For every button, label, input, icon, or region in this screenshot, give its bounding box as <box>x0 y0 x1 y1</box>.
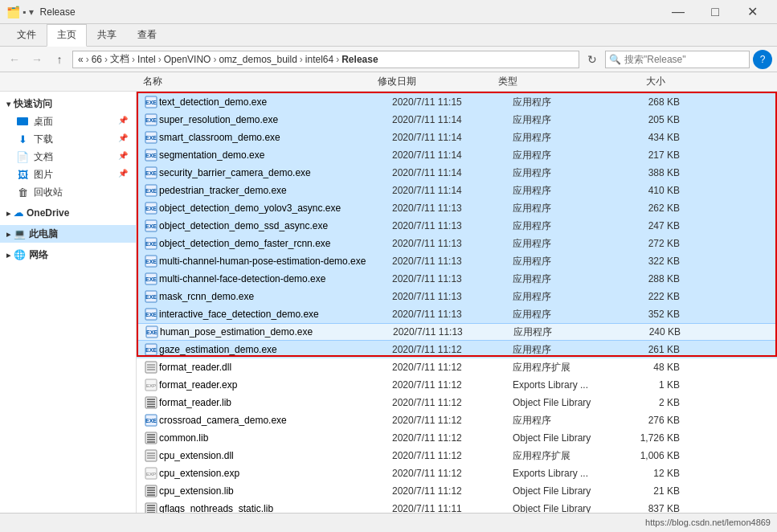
sidebar-network-header[interactable]: ▸ 🌐 网络 <box>0 246 136 264</box>
file-size: 410 KB <box>625 185 689 196</box>
sidebar-quickaccess-header[interactable]: ▾ 快速访问 <box>0 95 136 113</box>
sidebar-item-pictures[interactable]: 🖼 图片 📌 <box>0 166 136 183</box>
refresh-button[interactable]: ↻ <box>583 50 602 69</box>
breadcrumb-omz[interactable]: omz_demos_build <box>219 54 296 65</box>
file-date: 2020/7/11 11:13 <box>392 220 513 231</box>
file-size: 288 KB <box>625 273 689 284</box>
svg-text:EXE: EXE <box>145 153 157 158</box>
breadcrumb[interactable]: « › 66 › 文档 › Intel › OpenVINO › omz_dem… <box>72 51 579 68</box>
quickaccess-label: 快速访问 <box>14 97 52 111</box>
back-button[interactable]: ← <box>5 50 24 69</box>
list-item[interactable]: format_reader.lib 2020/7/11 11:12 Object… <box>137 394 777 411</box>
file-size: 205 KB <box>625 114 689 125</box>
pin-icon4: 📌 <box>118 169 129 180</box>
maximize-button[interactable]: □ <box>697 0 734 24</box>
list-item[interactable]: EXE segmentation_demo.exe 2020/7/11 11:1… <box>137 146 777 164</box>
file-date: 2020/7/11 11:14 <box>392 114 513 125</box>
network-label: 网络 <box>29 248 48 262</box>
col-header-date[interactable]: 修改日期 <box>378 72 498 91</box>
list-item[interactable]: gflags_nothreads_static.lib 2020/7/11 11… <box>137 500 777 513</box>
search-input[interactable] <box>624 54 746 65</box>
documents-icon: 📄 <box>16 150 29 163</box>
list-item[interactable]: EXP cpu_extension.exp 2020/7/11 11:12 Ex… <box>137 464 777 482</box>
list-item[interactable]: format_reader.dll 2020/7/11 11:12 应用程序扩展… <box>137 358 777 376</box>
sidebar-item-desktop[interactable]: 桌面 📌 <box>0 113 136 130</box>
col-header-type[interactable]: 类型 <box>498 72 611 91</box>
file-type: Object File Library <box>513 503 625 513</box>
file-type: 应用程序扩展 <box>513 361 625 374</box>
list-item[interactable]: cpu_extension.dll 2020/7/11 11:12 应用程序扩展… <box>137 447 777 464</box>
help-button[interactable]: ? <box>753 50 772 69</box>
list-item[interactable]: EXE object_detection_demo_ssd_async.exe … <box>137 217 777 235</box>
svg-text:EXE: EXE <box>145 347 157 353</box>
list-item[interactable]: EXE multi-channel-face-detection-demo.ex… <box>137 270 777 288</box>
search-box: 🔍 <box>605 51 750 68</box>
file-icon <box>143 502 159 513</box>
list-item[interactable]: EXE interactive_face_detection_demo.exe … <box>137 305 777 323</box>
sidebar-onedrive-header[interactable]: ▸ ☁ OneDrive <box>0 204 136 222</box>
forward-button[interactable]: → <box>27 50 47 69</box>
pin-icon3: 📌 <box>118 151 129 162</box>
list-item[interactable]: EXE crossroad_camera_demo.exe 2020/7/11 … <box>137 411 777 429</box>
breadcrumb-start[interactable]: « <box>78 54 84 65</box>
tab-home[interactable]: 主页 <box>47 24 87 47</box>
file-icon <box>143 449 159 462</box>
sidebar-item-documents[interactable]: 📄 文档 📌 <box>0 148 136 166</box>
file-date: 2020/7/11 11:12 <box>392 379 513 391</box>
sidebar-pictures-label: 图片 <box>34 168 53 182</box>
sidebar-download-label: 下载 <box>34 133 53 146</box>
tab-file[interactable]: 文件 <box>6 24 47 46</box>
sidebar-item-recycle[interactable]: 🗑 回收站 <box>0 183 136 201</box>
file-name: common.lib <box>159 432 392 444</box>
svg-text:EXE: EXE <box>145 259 157 264</box>
list-item[interactable]: EXE human_pose_estimation_demo.exe 2020/… <box>137 323 777 341</box>
list-item[interactable]: EXE super_resolution_demo.exe 2020/7/11 … <box>137 111 777 129</box>
tab-share[interactable]: 共享 <box>87 24 127 46</box>
up-button[interactable]: ↑ <box>50 50 69 69</box>
file-size: 434 KB <box>625 132 689 143</box>
list-item[interactable]: common.lib 2020/7/11 11:12 Object File L… <box>137 429 777 447</box>
file-type: Exports Library ... <box>513 379 625 391</box>
svg-text:EXE: EXE <box>145 241 157 247</box>
list-item[interactable]: EXE smart_classroom_demo.exe 2020/7/11 1… <box>137 129 777 146</box>
list-item[interactable]: EXE text_detection_demo.exe 2020/7/11 11… <box>137 93 777 111</box>
tab-view[interactable]: 查看 <box>127 24 167 46</box>
file-name: object_detection_demo_faster_rcnn.exe <box>159 238 392 249</box>
file-date: 2020/7/11 11:13 <box>392 291 513 302</box>
list-item[interactable]: EXE pedestrian_tracker_demo.exe 2020/7/1… <box>137 182 777 199</box>
list-item[interactable]: EXE object_detection_demo_yolov3_async.e… <box>137 199 777 217</box>
file-type: 应用程序 <box>513 308 625 321</box>
file-icon: EXE <box>143 219 159 232</box>
search-icon: 🔍 <box>609 54 621 65</box>
breadcrumb-release[interactable]: Release <box>341 54 378 65</box>
file-name: format_reader.lib <box>159 397 392 408</box>
sidebar-thispc-header[interactable]: ▸ 💻 此电脑 <box>0 225 136 243</box>
svg-text:EXE: EXE <box>145 206 157 211</box>
list-item[interactable]: EXE mask_rcnn_demo.exe 2020/7/11 11:13 应… <box>137 288 777 305</box>
sidebar-section-onedrive: ▸ ☁ OneDrive <box>0 204 136 222</box>
breadcrumb-66[interactable]: 66 <box>92 54 102 65</box>
file-size: 240 KB <box>626 326 690 338</box>
breadcrumb-documents[interactable]: 文档 <box>110 52 129 66</box>
file-size: 262 KB <box>625 203 689 214</box>
list-item[interactable]: EXP format_reader.exp 2020/7/11 11:12 Ex… <box>137 376 777 394</box>
breadcrumb-openvino[interactable]: OpenVINO <box>164 54 211 65</box>
breadcrumb-intel[interactable]: Intel <box>137 54 156 65</box>
list-item[interactable]: EXE object_detection_demo_faster_rcnn.ex… <box>137 235 777 252</box>
close-button[interactable]: ✕ <box>734 0 771 24</box>
breadcrumb-intel64[interactable]: intel64 <box>305 54 333 65</box>
file-icon: EXE <box>143 237 159 250</box>
list-item[interactable]: cpu_extension.lib 2020/7/11 11:12 Object… <box>137 482 777 500</box>
list-item[interactable]: EXE multi-channel-human-pose-estimation-… <box>137 252 777 270</box>
col-header-size[interactable]: 大小 <box>611 72 675 91</box>
list-item[interactable]: EXE gaze_estimation_demo.exe 2020/7/11 1… <box>137 341 777 358</box>
minimize-button[interactable]: — <box>660 0 697 24</box>
col-header-name[interactable]: 名称 <box>137 72 378 91</box>
file-icon: EXE <box>143 290 159 303</box>
sidebar-item-download[interactable]: ⬇ 下载 📌 <box>0 130 136 148</box>
file-size: 48 KB <box>625 362 689 373</box>
title-bar-quick-access: ▪ ▾ <box>22 6 34 18</box>
list-item[interactable]: EXE security_barrier_camera_demo.exe 202… <box>137 164 777 182</box>
file-type: Object File Library <box>513 432 625 444</box>
file-size: 12 KB <box>625 468 689 479</box>
